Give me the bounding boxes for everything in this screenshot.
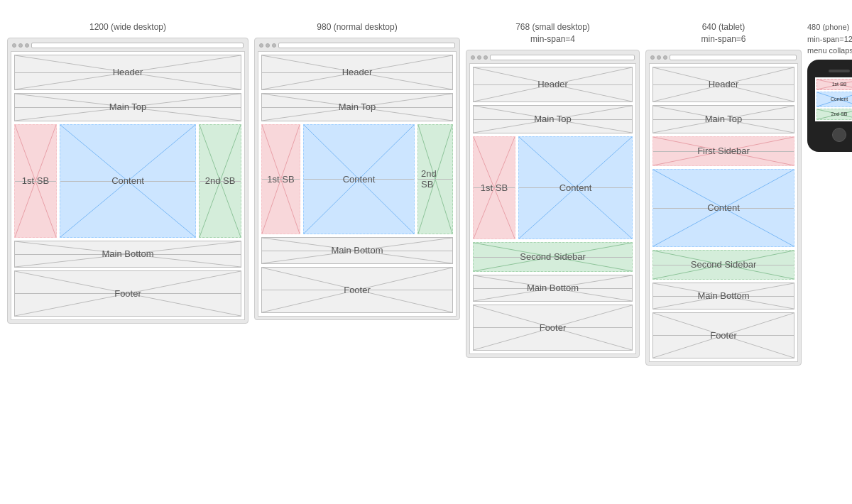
twocol-768: 1st SB Content <box>473 136 633 239</box>
browser-content-640: Header Main Top First Sidebar Content <box>649 63 798 362</box>
browser-content-1200: Header Main Top 1st SB Content <box>11 51 245 320</box>
maintop-1200: Main Top <box>14 93 241 121</box>
footer-1200: Footer <box>14 270 241 317</box>
dot1 <box>650 55 655 60</box>
dot3 <box>25 43 29 48</box>
second-sidebar-768: Second Sidebar <box>473 242 633 272</box>
phone-device: 1st SB Content 2nd SB <box>807 60 852 152</box>
dot2 <box>18 43 23 48</box>
mainbottom-768: Main Bottom <box>473 275 633 302</box>
phone-row-content: Content <box>816 92 852 107</box>
breakpoint-1200: 1200 (wide desktop) Header Main Top <box>7 21 248 324</box>
browser-chrome-640 <box>649 55 798 60</box>
phone-row-sb2: 2nd SB <box>816 109 852 120</box>
browser-chrome-768 <box>469 55 636 60</box>
maintop-640: Main Top <box>652 105 794 133</box>
breakpoint-480: 480 (phone) min-span=12 menu collapses 1… <box>807 21 852 152</box>
browser-content-980: Header Main Top 1st SB Content <box>258 51 457 317</box>
dot3 <box>272 43 276 48</box>
breakpoint-768: 768 (small desktop) min-span=4 Header Ma… <box>466 21 640 358</box>
footer-768: Footer <box>473 305 633 351</box>
browser-content-768: Header Main Top 1st SB Content <box>469 63 636 354</box>
sidebar2-980: 2nd SB <box>417 124 453 234</box>
footer-980: Footer <box>261 267 453 313</box>
phone-row-sb1: 1st SB <box>816 79 852 90</box>
sidebar1-1200: 1st SB <box>14 124 57 238</box>
sidebar1-980: 1st SB <box>261 124 300 234</box>
threecol-1200: 1st SB Content 2nd SB <box>14 124 241 238</box>
label-480: 480 (phone) min-span=12 menu collapses <box>807 21 852 57</box>
mainbottom-980: Main Bottom <box>261 237 453 264</box>
content-768: Content <box>518 136 633 239</box>
dot2 <box>477 55 481 60</box>
maintop-768: Main Top <box>473 105 633 133</box>
header-640: Header <box>652 67 794 102</box>
header-1200: Header <box>14 55 241 90</box>
phone-screen: 1st SB Content 2nd SB <box>815 77 852 121</box>
second-sidebar-640: Second Sidebar <box>652 250 794 280</box>
phone-home-button <box>832 128 846 142</box>
breakpoint-980: 980 (normal desktop) Header Main Top <box>254 21 460 320</box>
browser-chrome-980 <box>258 43 457 48</box>
dot2 <box>266 43 270 48</box>
phone-speaker <box>829 70 850 72</box>
content-1200: Content <box>60 124 196 238</box>
address-bar-768[interactable] <box>490 55 635 60</box>
label-1200: 1200 (wide desktop) <box>7 21 248 33</box>
address-bar-980[interactable] <box>278 43 455 48</box>
mainbottom-640: Main Bottom <box>652 283 794 309</box>
label-768: 768 (small desktop) min-span=4 <box>466 21 640 45</box>
footer-640: Footer <box>652 312 794 358</box>
browser-640: Header Main Top First Sidebar Content <box>645 50 802 366</box>
content-640: Content <box>652 169 794 247</box>
label-640: 640 (tablet) min-span=6 <box>645 21 802 45</box>
mainbottom-1200: Main Bottom <box>14 241 241 268</box>
label-980: 980 (normal desktop) <box>254 21 460 33</box>
threecol-980: 1st SB Content 2nd SB <box>261 124 453 234</box>
sidebar2-1200: 2nd SB <box>199 124 241 238</box>
first-sidebar-640: First Sidebar <box>652 136 794 166</box>
address-bar[interactable] <box>31 43 244 48</box>
browser-chrome-1200 <box>11 43 245 48</box>
dot3 <box>663 55 667 60</box>
dot1 <box>12 43 16 48</box>
browser-1200: Header Main Top 1st SB Content <box>7 38 248 324</box>
address-bar-640[interactable] <box>670 55 797 60</box>
dot1 <box>259 43 263 48</box>
dot3 <box>484 55 488 60</box>
browser-980: Header Main Top 1st SB Content <box>254 38 460 320</box>
sidebar1-768: 1st SB <box>473 136 515 239</box>
breakpoint-640: 640 (tablet) min-span=6 Header Main Top <box>645 21 802 366</box>
content-980: Content <box>303 124 415 234</box>
maintop-980: Main Top <box>261 93 453 121</box>
header-980: Header <box>261 55 453 90</box>
browser-768: Header Main Top 1st SB Content <box>466 50 640 358</box>
header-768: Header <box>473 67 633 102</box>
dot1 <box>471 55 475 60</box>
dot2 <box>657 55 661 60</box>
